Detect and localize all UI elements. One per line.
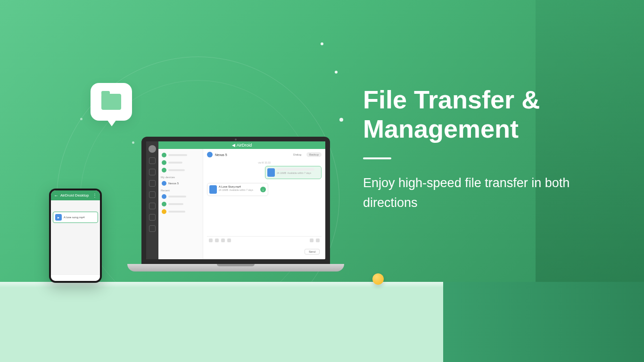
hero-subtitle: Enjoy high-speed file transfer in both d… [363, 173, 618, 213]
recent-label: Recent [161, 189, 200, 192]
contacts-list: My devices Nexus 5 Recent [158, 149, 203, 259]
platform-surface [0, 282, 443, 362]
sidebar-icon [149, 203, 156, 209]
attachment-icon [209, 239, 213, 242]
file-icon [209, 185, 217, 194]
folder-icon [101, 94, 121, 110]
sidebar-icon [149, 180, 156, 187]
sidebar-icon [149, 214, 156, 221]
decorative-dot [339, 118, 343, 122]
attachment-icon [316, 239, 320, 242]
tab-dialog: Dialog [290, 152, 304, 157]
menu-dots-icon: ⋮ [92, 193, 97, 198]
phone-chat-area: ▸ A love song.mp4 [51, 200, 100, 274]
my-devices-label: My devices [161, 176, 200, 179]
decorative-dot [321, 42, 323, 45]
decorative-dot [80, 118, 83, 120]
chat-input-area: Send [207, 236, 322, 256]
phone-screen: ← AirDroid Desktop ⋮ ▸ A love song.mp4 [51, 190, 100, 281]
tab-backup: Backup [306, 152, 322, 157]
folder-bubble-icon [91, 83, 132, 121]
attachment-icon [227, 239, 231, 242]
phone-mockup: ← AirDroid Desktop ⋮ ▸ A love song.mp4 [49, 189, 102, 283]
decorative-dot [335, 71, 338, 74]
chat-device-name: Nexus 5 [215, 153, 227, 156]
platform-shadow [443, 282, 644, 362]
app-name: AirDroid [237, 143, 252, 148]
app-title-bar: ◀ AirDroid [158, 141, 325, 149]
attachment-icon [215, 239, 219, 242]
chat-timestamp: via W 33.33 [207, 161, 322, 164]
laptop-screen: ◀ AirDroid My devices Nexus 5 Recent [146, 141, 325, 259]
outgoing-file-message: 24.16MB Available within 7 days [265, 166, 322, 179]
device-avatar-icon [207, 152, 213, 157]
file-icon [267, 168, 275, 177]
sidebar-icon [149, 191, 156, 198]
file-title: A Love Story.mp4 [219, 185, 266, 188]
airdroid-logo-icon: ◀ [232, 143, 235, 148]
user-avatar-icon [149, 145, 156, 153]
device-name: Nexus 5 [168, 182, 179, 185]
file-icon: ▸ [55, 214, 62, 221]
sidebar-icon [149, 157, 156, 164]
sidebar-icon [149, 225, 156, 232]
laptop-mockup: ◀ AirDroid My devices Nexus 5 Recent [127, 137, 344, 272]
laptop-base [127, 264, 344, 272]
divider [363, 157, 391, 159]
phone-file-bubble: ▸ A love song.mp4 [53, 212, 98, 223]
hero-title: File Transfer & Management [363, 85, 618, 143]
incoming-file-message: A Love Story.mp4 24.16MB Available withi… [207, 183, 268, 196]
chat-header: Nexus 5 Dialog Backup [207, 152, 322, 159]
chat-panel: Nexus 5 Dialog Backup via W 33.33 [203, 149, 325, 259]
attachment-icon [310, 239, 314, 242]
back-arrow-icon: ← [54, 193, 58, 198]
app-main: ◀ AirDroid My devices Nexus 5 Recent [158, 141, 325, 259]
phone-app-header: ← AirDroid Desktop ⋮ [51, 190, 100, 200]
sidebar-icon [149, 169, 156, 175]
app-sidebar [146, 141, 158, 259]
hero-section: File Transfer & Management Enjoy high-sp… [363, 85, 618, 213]
phone-file-name: A love song.mp4 [64, 216, 84, 219]
decorative-ball [372, 273, 384, 285]
phone-header-title: AirDroid Desktop [60, 193, 89, 197]
phone-input-bar [51, 274, 100, 281]
attachment-icon [221, 239, 225, 242]
chat-messages: via W 33.33 24.16MB Available within 7 d… [207, 159, 322, 236]
laptop-camera [235, 139, 237, 140]
send-button: Send [305, 249, 320, 255]
download-icon: ↓ [260, 187, 266, 192]
